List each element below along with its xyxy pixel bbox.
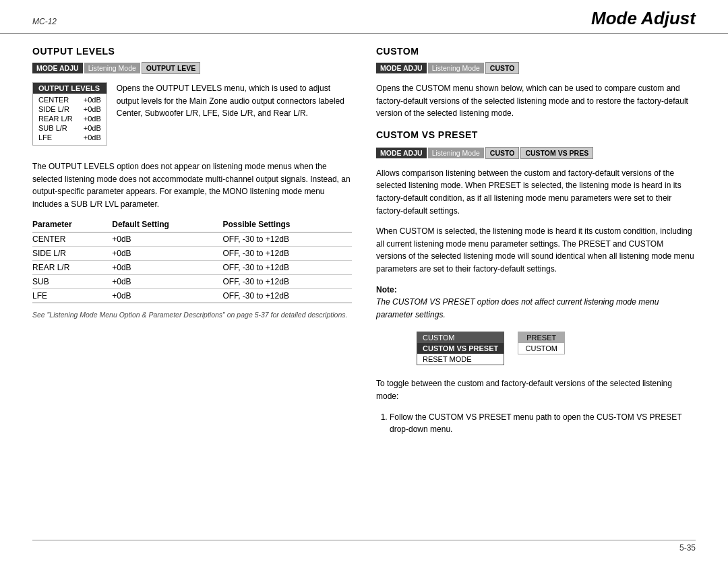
- param-name: LFE: [32, 289, 112, 303]
- content-area: OUTPUT LEVELS MODE ADJU Listening Mode O…: [0, 34, 728, 452]
- possible-values: OFF, -30 to +12dB: [223, 247, 353, 261]
- output-param: SIDE L/R: [38, 104, 84, 114]
- cvp-title: CUSTOM VS PRESET: [376, 129, 696, 140]
- small-note: See "Listening Mode Menu Option & Parame…: [32, 310, 352, 320]
- output-levels-row: SIDE L/R+0dB: [38, 104, 101, 114]
- output-value: +0dB: [84, 133, 101, 142]
- output-levels-table: CENTER+0dBSIDE L/R+0dBREAR L/R+0dBSUB L/…: [33, 94, 107, 145]
- output-levels-box-header: OUTPUT LEVELS: [33, 83, 107, 94]
- footer: 5-35: [32, 540, 696, 553]
- output-levels-title: OUTPUT LEVELS: [32, 46, 352, 57]
- cvp-nav-2: CUSTO: [485, 147, 520, 159]
- cvp-nav-3: CUSTOM VS PRES: [520, 147, 593, 159]
- custom-section: CUSTOM MODE ADJU Listening Mode CUSTO Op…: [376, 46, 696, 120]
- custom-title: CUSTOM: [376, 46, 696, 57]
- output-value: +0dB: [84, 104, 101, 114]
- default-value: +0dB: [112, 275, 222, 289]
- param-name: REAR L/R: [32, 261, 112, 275]
- output-levels-description: Opens the OUTPUT LEVELS menu, which is u…: [117, 82, 352, 144]
- page-number: 5-35: [679, 543, 696, 553]
- default-value: +0dB: [112, 261, 222, 275]
- nav-listening-mode: Listening Mode: [84, 63, 140, 73]
- header-title: Mode Adjust: [591, 8, 696, 29]
- output-param: LFE: [38, 133, 84, 142]
- output-levels-body: The OUTPUT LEVELS option does not appear…: [32, 160, 352, 210]
- custom-navbar: MODE ADJU Listening Mode CUSTO: [376, 62, 696, 74]
- param-name: SIDE L/R: [32, 247, 112, 261]
- preset-menu-item: CUSTOM: [518, 343, 564, 354]
- output-levels-row: LFE+0dB: [38, 133, 101, 142]
- cvp-steps: Follow the CUSTOM VS PRESET menu path to…: [376, 411, 696, 436]
- cvp-nav-1: Listening Mode: [428, 148, 484, 158]
- cvp-note-block: Note: The CUSTOM VS PRESET option does n…: [376, 284, 696, 321]
- cvp-toggle-text: To toggle between the custom and factory…: [376, 377, 696, 402]
- cvp-note-text: The CUSTOM VS PRESET option does not aff…: [376, 297, 659, 319]
- custom-vs-preset-section: CUSTOM VS PRESET MODE ADJU Listening Mod…: [376, 129, 696, 436]
- output-value: +0dB: [84, 123, 101, 133]
- left-column: OUTPUT LEVELS MODE ADJU Listening Mode O…: [32, 46, 352, 440]
- param-col-header: Parameter: [32, 218, 112, 232]
- nav-output-level: OUTPUT LEVE: [142, 62, 201, 74]
- possible-values: OFF, -30 to +12dB: [223, 275, 353, 289]
- custom-menu-item-cvp: CUSTOM VS PRESET: [417, 343, 504, 354]
- default-value: +0dB: [112, 247, 222, 261]
- table-row: CENTER+0dBOFF, -30 to +12dB: [32, 232, 352, 247]
- output-levels-row: SUB L/R+0dB: [38, 123, 101, 133]
- cvp-note-label: Note:: [376, 285, 397, 294]
- output-levels-row: REAR L/R+0dB: [38, 114, 101, 123]
- default-col-header: Default Setting: [112, 218, 222, 232]
- header: MC-12 Mode Adjust: [0, 0, 728, 34]
- menu-illustration: CUSTOM CUSTOM VS PRESET RESET MODE PRESE…: [417, 332, 696, 365]
- possible-col-header: Possible Settings: [223, 218, 353, 232]
- custom-nav-0: MODE ADJU: [376, 63, 427, 73]
- output-levels-row: CENTER+0dB: [38, 95, 101, 104]
- custom-description: Opens the CUSTOM menu shown below, which…: [376, 82, 696, 120]
- preset-menu-box: PRESET CUSTOM: [518, 332, 565, 354]
- output-value: +0dB: [84, 114, 101, 123]
- right-column: CUSTOM MODE ADJU Listening Mode CUSTO Op…: [376, 46, 696, 440]
- possible-values: OFF, -30 to +12dB: [223, 261, 353, 275]
- cvp-para2: When CUSTOM is selected, the listening m…: [376, 225, 696, 275]
- custom-menu-item-reset: RESET MODE: [417, 354, 504, 365]
- cvp-nav-0: MODE ADJU: [376, 148, 427, 158]
- preset-menu-header: PRESET: [518, 332, 564, 343]
- output-value: +0dB: [84, 95, 101, 104]
- table-row: SUB+0dBOFF, -30 to +12dB: [32, 275, 352, 289]
- custom-menu-box: CUSTOM CUSTOM VS PRESET RESET MODE: [417, 332, 504, 365]
- default-value: +0dB: [112, 289, 222, 303]
- output-levels-box: OUTPUT LEVELS CENTER+0dBSIDE L/R+0dBREAR…: [32, 82, 107, 146]
- param-name: SUB: [32, 275, 112, 289]
- custom-nav-1: Listening Mode: [428, 63, 484, 73]
- page: MC-12 Mode Adjust OUTPUT LEVELS MODE ADJ…: [0, 0, 728, 562]
- parameter-table: Parameter Default Setting Possible Setti…: [32, 218, 352, 303]
- custom-menu-header: CUSTOM: [417, 332, 504, 343]
- possible-values: OFF, -30 to +12dB: [223, 289, 353, 303]
- cvp-para1: Allows comparison listening between the …: [376, 167, 696, 217]
- header-model: MC-12: [32, 17, 57, 26]
- custom-nav-2: CUSTO: [485, 62, 520, 74]
- table-row: LFE+0dBOFF, -30 to +12dB: [32, 289, 352, 303]
- table-row: SIDE L/R+0dBOFF, -30 to +12dB: [32, 247, 352, 261]
- output-param: REAR L/R: [38, 114, 84, 123]
- table-row: REAR L/R+0dBOFF, -30 to +12dB: [32, 261, 352, 275]
- default-value: +0dB: [112, 232, 222, 247]
- output-param: CENTER: [38, 95, 84, 104]
- cvp-navbar: MODE ADJU Listening Mode CUSTO CUSTOM VS…: [376, 147, 696, 159]
- cvp-step-1: Follow the CUSTOM VS PRESET menu path to…: [390, 411, 696, 436]
- output-levels-navbar: MODE ADJU Listening Mode OUTPUT LEVE: [32, 62, 352, 74]
- param-name: CENTER: [32, 232, 112, 247]
- possible-values: OFF, -30 to +12dB: [223, 232, 353, 247]
- nav-mode-adjust: MODE ADJU: [32, 63, 83, 73]
- output-param: SUB L/R: [38, 123, 84, 133]
